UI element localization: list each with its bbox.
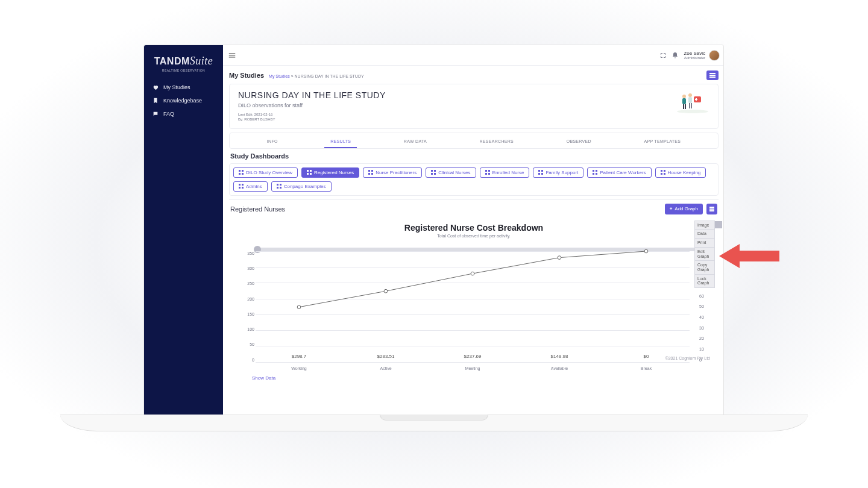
y-tick: 0 [240, 358, 254, 362]
tab-app-templates[interactable]: APP TEMPLATES [638, 137, 687, 148]
tab-observed[interactable]: OBSERVED [561, 137, 597, 148]
svg-rect-23 [371, 173, 373, 175]
svg-point-54 [471, 272, 474, 275]
dashboard-chip[interactable]: Conpago Examples [271, 181, 332, 192]
grid-icon [307, 170, 312, 175]
graph-menu-item[interactable]: Data [695, 230, 714, 239]
show-data-link[interactable]: Show Data [252, 375, 714, 381]
bar-value-label: $283.51 [377, 354, 395, 359]
svg-point-0 [677, 110, 708, 113]
svg-rect-51 [280, 187, 281, 189]
svg-marker-57 [719, 244, 779, 268]
bar-value-label: $148.98 [551, 354, 568, 359]
tab-researchers[interactable]: RESEARCHERS [473, 137, 520, 148]
dashboard-chip[interactable]: House Keeping [655, 167, 706, 178]
chart-subtitle: Total Cost of observed time per activity… [234, 234, 714, 238]
heart-icon [153, 84, 159, 90]
y2-tick: 20 [699, 336, 714, 340]
add-graph-button[interactable]: + Add Graph [665, 204, 703, 214]
page-title: My Studies [229, 72, 264, 79]
grid-icon [661, 170, 665, 175]
svg-rect-41 [664, 170, 665, 172]
svg-rect-22 [368, 173, 370, 175]
tab-info[interactable]: INFO [261, 137, 284, 148]
tab-results[interactable]: RESULTS [324, 137, 357, 148]
user-role: Administrator [684, 56, 705, 60]
graph-menu-item[interactable]: Image [695, 221, 714, 230]
bar-category-label: Break [641, 366, 652, 371]
study-meta-by: By: ROBERT BUSHBY [238, 117, 386, 122]
breadcrumb-link[interactable]: My Studies [269, 74, 290, 78]
breadcrumb-current: NURSING DAY IN THE LIFE STUDY [295, 74, 364, 78]
y-axis: 350300250200150100500 [240, 251, 254, 362]
avatar [709, 50, 720, 61]
graph-options-menu: ImageDataPrintEdit GraphCopy GraphLock G… [694, 221, 715, 288]
sidebar-item-faq[interactable]: FAQ [144, 107, 223, 120]
grid-icon [368, 170, 373, 175]
page-menu-button[interactable] [706, 70, 719, 80]
graph-menu-item[interactable]: Edit Graph [695, 248, 714, 261]
svg-rect-16 [307, 170, 309, 172]
dashboard-chip[interactable]: DILO Study Overview [233, 167, 298, 178]
bar-category-label: Working [291, 366, 307, 371]
chat-icon [153, 111, 159, 117]
dashboard-chip-label: House Keeping [668, 170, 701, 175]
graph-menu-item[interactable]: Print [695, 239, 714, 248]
svg-rect-38 [593, 173, 594, 175]
svg-rect-36 [593, 170, 594, 172]
svg-point-55 [558, 255, 561, 259]
svg-point-56 [644, 249, 648, 253]
bar-category-label: Available [551, 366, 568, 371]
sidebar-item-label: Knowledgebase [163, 98, 202, 104]
tab-raw-data[interactable]: RAW DATA [398, 137, 433, 148]
add-graph-label: Add Graph [675, 206, 698, 211]
menu-toggle-icon[interactable] [228, 51, 236, 60]
graph-options-toggle[interactable] [715, 221, 722, 228]
svg-rect-30 [485, 173, 487, 175]
dashboard-chip[interactable]: Nurse Practitioners [363, 167, 422, 178]
svg-rect-35 [541, 173, 543, 175]
svg-point-52 [297, 305, 301, 309]
dashboard-chip[interactable]: Enrolled Nurse [480, 167, 530, 178]
fullscreen-icon[interactable] [659, 52, 667, 59]
dashboard-chip[interactable]: Registered Nurses [301, 167, 359, 178]
svg-rect-26 [431, 173, 433, 175]
svg-rect-13 [242, 170, 244, 172]
svg-point-53 [384, 289, 388, 293]
bookmark-icon [153, 98, 159, 104]
svg-rect-50 [277, 187, 278, 189]
dashboard-menu-button[interactable] [706, 204, 717, 214]
svg-rect-7 [685, 104, 686, 109]
sidebar-item-knowledgebase[interactable]: Knowledgebase [144, 94, 223, 107]
svg-rect-46 [239, 187, 241, 189]
dashboard-chip[interactable]: Clinical Nurses [426, 167, 476, 178]
svg-rect-21 [371, 170, 373, 172]
svg-rect-12 [239, 170, 241, 172]
dashboard-chip-label: Clinical Nurses [438, 170, 470, 175]
sidebar-item-my-studies[interactable]: My Studies [144, 81, 223, 94]
y2-tick: 10 [699, 347, 714, 351]
y2-tick: 60 [699, 294, 714, 298]
svg-rect-42 [661, 173, 662, 175]
bell-icon[interactable] [671, 52, 679, 59]
svg-rect-14 [239, 173, 241, 175]
tabs: INFO RESULTS RAW DATA RESEARCHERS OBSERV… [229, 133, 719, 149]
dashboards-section-title: Study Dashboards [230, 152, 717, 160]
brand-name-a: TANDM [154, 56, 190, 66]
y-tick: 50 [240, 342, 254, 346]
dashboard-chip[interactable]: Patient Care Workers [587, 167, 651, 178]
y-tick: 100 [240, 327, 254, 331]
graph-menu-item[interactable]: Copy Graph [695, 261, 714, 274]
svg-point-4 [682, 95, 686, 98]
dashboard-chip-label: DILO Study Overview [246, 170, 292, 175]
dashboard-chip[interactable]: Admins [233, 181, 268, 192]
topbar: Zoe Savic Administrator [223, 45, 724, 66]
chart-copyright: ©2021 Cogniom Pty Ltd [665, 356, 710, 360]
study-meta-edit: Last Edit: 2021-02-16 [238, 112, 386, 117]
graph-menu-item[interactable]: Lock Graph [695, 275, 714, 287]
sidebar-item-label: FAQ [163, 111, 174, 117]
chart-title: Registered Nurse Cost Breakdown [234, 223, 714, 233]
svg-rect-34 [538, 173, 540, 175]
user-menu[interactable]: Zoe Savic Administrator [684, 50, 720, 61]
dashboard-chip[interactable]: Family Support [533, 167, 583, 178]
